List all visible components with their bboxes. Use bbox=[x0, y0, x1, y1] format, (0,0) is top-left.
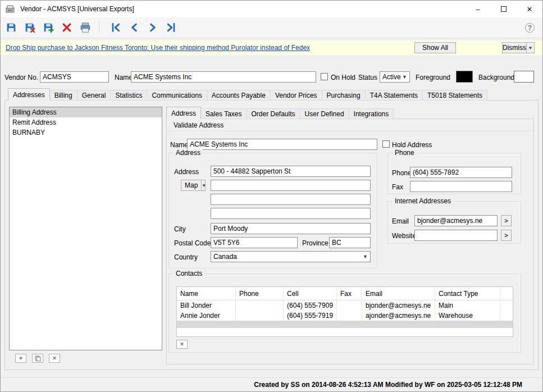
save-close-icon[interactable] bbox=[22, 20, 38, 35]
help-icon[interactable]: ? bbox=[525, 23, 535, 33]
previous-record-icon[interactable] bbox=[126, 20, 142, 35]
country-select[interactable]: Canada ▼ bbox=[211, 251, 371, 262]
hold-address-label: Hold Address bbox=[392, 141, 432, 149]
dismiss-button[interactable]: Dismiss ▼ bbox=[502, 42, 535, 53]
tab-vendor-prices[interactable]: Vendor Prices bbox=[271, 90, 322, 101]
contact-phone bbox=[236, 300, 284, 311]
province-input[interactable] bbox=[329, 237, 371, 248]
print-icon[interactable] bbox=[77, 20, 93, 35]
address-list-item-billing[interactable]: Billing Address bbox=[10, 107, 162, 117]
notification-link[interactable]: Drop Ship purchase to Jackson Fitness To… bbox=[6, 44, 310, 52]
tab-addresses[interactable]: Addresses bbox=[8, 88, 50, 101]
foreground-color-swatch[interactable] bbox=[456, 71, 473, 83]
country-value: Canada bbox=[213, 253, 237, 261]
website-go-button[interactable]: > bbox=[501, 230, 512, 241]
fax-label: Fax bbox=[392, 183, 403, 191]
status-bar: Created by SS on 2014-08-26 4:52:13 AM M… bbox=[1, 377, 542, 391]
address-name-input[interactable] bbox=[187, 139, 377, 150]
postal-code-input[interactable] bbox=[211, 237, 298, 248]
fax-input[interactable] bbox=[410, 181, 512, 192]
subtab-integrations[interactable]: Integrations bbox=[349, 108, 394, 119]
last-record-icon[interactable] bbox=[163, 20, 179, 35]
foreground-label: Foreground bbox=[416, 74, 450, 81]
column-header-filler bbox=[500, 287, 513, 300]
contact-fax bbox=[337, 311, 362, 321]
save-new-icon[interactable] bbox=[40, 20, 56, 35]
status-value: Active bbox=[382, 73, 401, 81]
vendor-window: Vendor - ACMSYS [Universal Exports] – ✕ bbox=[0, 0, 543, 392]
close-button[interactable]: ✕ bbox=[517, 1, 542, 17]
vendor-name-input[interactable] bbox=[131, 71, 316, 83]
hold-address-checkbox[interactable] bbox=[382, 140, 390, 148]
tab-statistics[interactable]: Statistics bbox=[111, 90, 147, 101]
show-all-button[interactable]: Show All bbox=[414, 42, 456, 53]
subtab-order-defaults[interactable]: Order Defaults bbox=[247, 108, 300, 119]
country-label: Country bbox=[174, 253, 198, 261]
audit-text: Created by SS on 2014-08-26 4:52:13 AM M… bbox=[254, 381, 522, 389]
email-go-button[interactable]: > bbox=[501, 215, 512, 226]
address-line2-input[interactable] bbox=[211, 180, 371, 191]
delete-address-button[interactable]: × bbox=[49, 354, 60, 363]
contact-cell: (604) 555-7909 bbox=[284, 300, 337, 311]
contact-row[interactable]: Bill Jonder (604) 555-7909 bjonder@acmes… bbox=[177, 300, 513, 311]
next-record-icon[interactable] bbox=[145, 20, 161, 35]
status-select[interactable]: Active ▼ bbox=[380, 71, 410, 83]
tab-purchasing[interactable]: Purchasing bbox=[322, 90, 366, 101]
vendor-no-input[interactable] bbox=[40, 71, 109, 83]
address-subtabstrip: Address Sales Taxes Order Defaults User … bbox=[166, 107, 394, 119]
address-line1-input[interactable] bbox=[211, 166, 371, 177]
map-dropdown-arrow[interactable]: ▼ bbox=[201, 180, 206, 190]
save-icon[interactable] bbox=[3, 20, 19, 35]
add-address-button[interactable]: + bbox=[15, 354, 26, 363]
column-header-fax[interactable]: Fax bbox=[337, 287, 362, 300]
address-line-label: Address bbox=[174, 168, 199, 176]
delete-contact-button[interactable]: × bbox=[176, 340, 188, 349]
contact-row[interactable]: Annie Jonder (604) 555-7919 ajonder@acme… bbox=[177, 311, 513, 321]
tab-communications[interactable]: Communications bbox=[147, 90, 207, 101]
status-label: Status bbox=[358, 74, 377, 81]
tab-t4a-statements[interactable]: T4A Statements bbox=[366, 90, 423, 101]
chevron-down-icon: ▼ bbox=[363, 254, 368, 259]
validate-address-button[interactable]: Validate Address bbox=[167, 120, 533, 131]
tab-general[interactable]: General bbox=[77, 90, 111, 101]
contact-row-empty-selected[interactable] bbox=[177, 321, 513, 328]
map-button[interactable]: Map ▼ bbox=[181, 180, 206, 191]
dismiss-dropdown-arrow[interactable]: ▼ bbox=[526, 43, 534, 53]
title-bar: Vendor - ACMSYS [Universal Exports] – ✕ bbox=[1, 1, 542, 17]
copy-address-button[interactable] bbox=[32, 354, 43, 363]
address-list-item-burnaby[interactable]: BURNABY bbox=[10, 127, 162, 138]
address-list-item-remit[interactable]: Remit Address bbox=[10, 117, 162, 127]
column-header-cell[interactable]: Cell bbox=[284, 287, 337, 300]
maximize-button[interactable] bbox=[491, 1, 517, 17]
tab-accounts-payable[interactable]: Accounts Payable bbox=[207, 90, 271, 101]
first-record-icon[interactable] bbox=[108, 20, 124, 35]
city-input[interactable] bbox=[211, 223, 371, 234]
subtab-sales-taxes[interactable]: Sales Taxes bbox=[201, 108, 247, 119]
internet-group-title: Internet Addresses bbox=[393, 197, 453, 205]
province-label: Province bbox=[302, 239, 328, 247]
subtab-address[interactable]: Address bbox=[166, 107, 201, 119]
website-input[interactable] bbox=[414, 230, 498, 241]
delete-icon[interactable] bbox=[59, 20, 75, 35]
column-header-contact-type[interactable]: Contact Type bbox=[435, 287, 500, 300]
phone-group-title: Phone bbox=[393, 149, 417, 157]
tab-billing[interactable]: Billing bbox=[50, 90, 77, 101]
contact-type: Main bbox=[435, 300, 500, 311]
on-hold-label: On Hold bbox=[331, 74, 355, 81]
background-color-swatch[interactable] bbox=[514, 71, 534, 83]
column-header-name[interactable]: Name bbox=[177, 287, 236, 300]
contact-phone bbox=[236, 311, 284, 321]
tab-t5018-statements[interactable]: T5018 Statements bbox=[423, 90, 487, 101]
copy-icon bbox=[34, 355, 42, 362]
address-line4-input[interactable] bbox=[211, 208, 371, 219]
minimize-button[interactable]: – bbox=[465, 1, 491, 17]
column-header-email[interactable]: Email bbox=[362, 287, 435, 300]
phone-input[interactable] bbox=[410, 167, 512, 178]
subtab-user-defined[interactable]: User Defined bbox=[300, 108, 349, 119]
email-label: Email bbox=[392, 217, 409, 225]
on-hold-checkbox[interactable] bbox=[321, 73, 328, 80]
address-line3-input[interactable] bbox=[211, 194, 371, 205]
column-header-phone[interactable]: Phone bbox=[236, 287, 284, 300]
address-listbox: Billing Address Remit Address BURNABY bbox=[9, 107, 162, 350]
email-input[interactable] bbox=[414, 215, 498, 226]
